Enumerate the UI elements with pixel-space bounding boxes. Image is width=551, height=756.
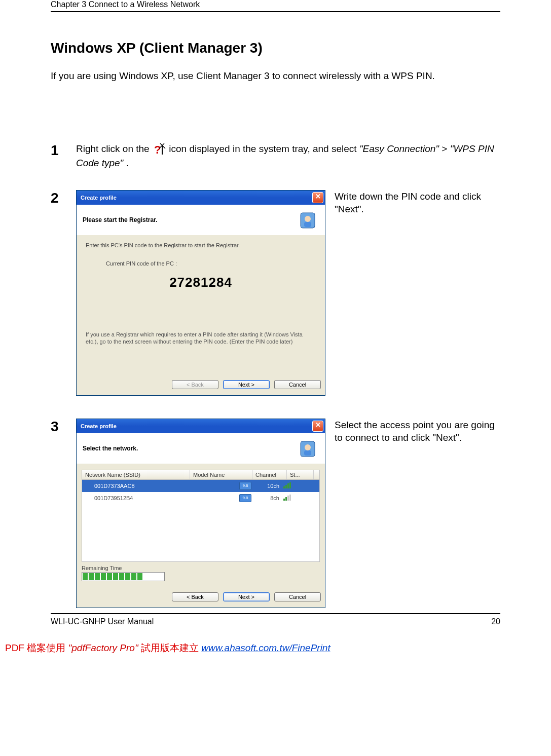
page-footer: WLI-UC-GNHP User Manual 20 bbox=[51, 613, 500, 626]
back-button[interactable]: < Back bbox=[172, 592, 218, 601]
menu-path-1: "Easy Connection" bbox=[359, 143, 439, 154]
cell-channel: 8ch bbox=[251, 495, 283, 501]
text: Right click on the bbox=[76, 143, 152, 154]
svg-rect-11 bbox=[304, 450, 311, 456]
step-3-caption: Select the access point you are going to… bbox=[325, 419, 500, 444]
footer-manual-name: WLI-UC-GNHP User Manual bbox=[51, 617, 154, 626]
svg-line-5 bbox=[162, 143, 164, 145]
signal-strength-icon bbox=[283, 495, 291, 501]
svg-point-7 bbox=[305, 216, 311, 222]
step-number: 3 bbox=[51, 419, 76, 435]
dialog-note: If you use a Registrar which requires to… bbox=[86, 331, 316, 346]
pin-code-value: 27281284 bbox=[86, 275, 316, 290]
model-icon: 9.8 bbox=[239, 494, 251, 502]
create-profile-dialog-network: Create profile ✕ Select the network. Net… bbox=[76, 419, 325, 608]
create-profile-dialog-pin: Create profile ✕ Please start the Regist… bbox=[76, 190, 325, 396]
text: 試用版本建立 bbox=[141, 642, 201, 653]
svg-text:?: ? bbox=[154, 143, 161, 156]
next-button[interactable]: Next > bbox=[223, 380, 270, 389]
cancel-button[interactable]: Cancel bbox=[274, 592, 321, 601]
wizard-user-icon bbox=[300, 210, 319, 230]
step-number: 1 bbox=[51, 142, 76, 159]
remaining-time-label: Remaining Time bbox=[82, 565, 320, 571]
text: "pdfFactory Pro" bbox=[68, 642, 138, 653]
svg-rect-8 bbox=[304, 222, 311, 227]
back-button[interactable]: < Back bbox=[172, 380, 218, 389]
step-2: 2 Create profile ✕ Please start the Regi… bbox=[51, 190, 500, 396]
dialog-subtitle: Select the network. bbox=[83, 445, 138, 452]
watermark-link[interactable]: www.ahasoft.com.tw/FinePrint bbox=[201, 642, 330, 653]
text: icon displayed in the system tray, and s… bbox=[169, 143, 359, 154]
col-model[interactable]: Model Name bbox=[190, 470, 252, 479]
progress-bar bbox=[82, 572, 165, 581]
next-button[interactable]: Next > bbox=[223, 592, 270, 601]
cell-ssid: 001D739512B4 bbox=[82, 495, 196, 501]
svg-point-10 bbox=[305, 444, 311, 450]
pdf-watermark: PDF 檔案使用 "pdfFactory Pro" 試用版本建立 www.aha… bbox=[0, 626, 551, 660]
footer-page-number: 20 bbox=[491, 617, 500, 626]
chapter-header: Chapter 3 Connect to a Wireless Network bbox=[51, 0, 500, 12]
cell-channel: 10ch bbox=[251, 483, 283, 489]
dialog-titlebar[interactable]: Create profile ✕ bbox=[77, 419, 325, 433]
pin-label: Current PIN code of the PC : bbox=[86, 260, 316, 267]
col-strength[interactable]: St... bbox=[287, 470, 314, 479]
step-2-caption: Write down the PIN code and click "Next"… bbox=[325, 190, 500, 216]
cancel-button[interactable]: Cancel bbox=[274, 380, 321, 389]
table-row[interactable]: 001D739512B4 9.8 8ch bbox=[82, 492, 319, 504]
col-ssid[interactable]: Network Name (SSID) bbox=[82, 470, 190, 479]
dialog-title: Create profile bbox=[81, 423, 117, 429]
col-channel[interactable]: Channel bbox=[252, 470, 287, 479]
cell-ssid: 001D7373AAC8 bbox=[82, 483, 196, 489]
section-intro: If you are using Windows XP, use Client … bbox=[51, 70, 500, 82]
model-icon: 9.8 bbox=[239, 482, 251, 490]
step-3: 3 Create profile ✕ Select the network. bbox=[51, 419, 500, 608]
network-list[interactable]: Network Name (SSID) Model Name Channel S… bbox=[82, 470, 320, 562]
table-row[interactable]: 001D7373AAC8 9.8 10ch bbox=[82, 480, 319, 492]
text: . bbox=[126, 158, 129, 168]
dialog-title: Create profile bbox=[81, 195, 117, 201]
text: PDF 檔案使用 bbox=[5, 642, 68, 653]
wizard-user-icon bbox=[300, 438, 319, 459]
section-title: Windows XP (Client Manager 3) bbox=[51, 40, 500, 56]
close-icon[interactable]: ✕ bbox=[312, 192, 323, 203]
dialog-titlebar[interactable]: Create profile ✕ bbox=[77, 191, 325, 205]
close-icon[interactable]: ✕ bbox=[312, 421, 323, 432]
dialog-instruction: Enter this PC's PIN code to the Registra… bbox=[86, 242, 316, 248]
network-list-header: Network Name (SSID) Model Name Channel S… bbox=[82, 470, 319, 480]
signal-strength-icon bbox=[283, 482, 291, 488]
step-1: 1 Right click on the ? icon displayed in… bbox=[51, 142, 500, 170]
step-number: 2 bbox=[51, 190, 76, 206]
tray-antenna-icon: ? bbox=[152, 142, 166, 157]
dialog-subtitle: Please start the Registrar. bbox=[83, 216, 157, 223]
text: > bbox=[442, 143, 450, 154]
step-1-text: Right click on the ? icon displayed in t… bbox=[76, 142, 500, 170]
